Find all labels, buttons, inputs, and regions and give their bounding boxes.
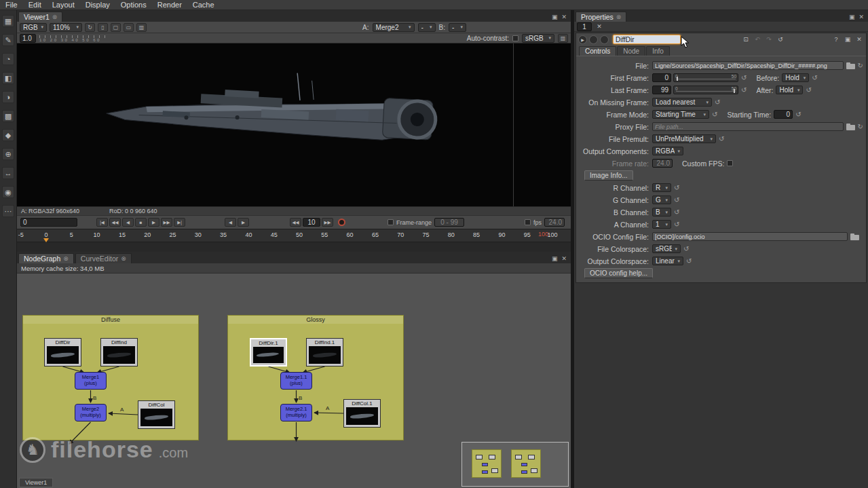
tab-curveeditor[interactable]: CurveEditor ⊗ [75,253,132,263]
node-merge2-1[interactable]: Merge2.1 (multiply) [280,404,312,421]
menu-render[interactable]: Render [157,1,182,9]
reset-icon[interactable]: ↺ [674,184,679,191]
slider-handle[interactable] [677,77,678,81]
custom-fps-checkbox[interactable] [727,160,733,166]
menu-edit[interactable]: Edit [29,1,41,9]
float-panel-icon[interactable]: ▣ [552,255,558,262]
reset-icon[interactable]: ↺ [741,86,747,94]
tab-nodegraph[interactable]: NodeGraph ⊗ [18,253,74,263]
transform-nodes-icon[interactable]: ↔ [2,167,14,179]
viewer-canvas[interactable] [17,43,571,206]
reset-icon[interactable]: ↺ [674,196,679,204]
reload-file-icon[interactable]: ↻ [858,62,863,69]
time-nodes-icon[interactable]: ◔ [2,53,14,65]
help-icon[interactable]: ? [831,35,841,44]
tab-viewer1[interactable]: Viewer1 ⊗ [18,12,62,22]
reset-icon[interactable]: ↺ [715,98,720,106]
starting-time-field[interactable]: 0 [774,110,793,119]
frame-rate-field[interactable]: 24.0 [652,159,673,168]
channel-nodes-icon[interactable]: ◧ [2,72,14,84]
image-info-button[interactable]: Image Info... [584,170,633,181]
frame-range-field[interactable]: 0 - 99 [434,218,464,227]
node-diffind1[interactable]: DiffInd.1 [306,338,343,367]
menu-cache[interactable]: Cache [193,1,214,9]
tab-close-icon[interactable]: ⊗ [616,14,622,20]
last-frame-slider[interactable]: 0 50 [673,86,738,94]
folder-icon[interactable] [846,62,855,69]
reset-icon[interactable]: ↺ [741,74,747,81]
reset-icon[interactable]: ↺ [674,221,679,228]
image-nodes-icon[interactable]: ▦ [2,15,14,27]
float-settings-icon[interactable]: ▣ [843,35,852,44]
frame-mode-select[interactable]: Starting Time ▾ [652,110,709,119]
after-select[interactable]: Hold ▾ [776,86,803,94]
viewer-colorspace-select[interactable]: sRGB ▾ [522,34,554,43]
reload-file-icon[interactable]: ↻ [858,123,863,130]
file-colorspace-select[interactable]: sRGB ▾ [652,244,681,253]
pause-updates-icon[interactable]: ▯ [98,23,108,32]
reset-icon[interactable]: ↺ [683,245,689,252]
draw-nodes-icon[interactable]: ✎ [2,34,14,46]
node-merge1-1[interactable]: Merge1.1 (plus) [280,372,312,390]
float-panel-icon[interactable]: ▣ [849,14,855,20]
expand-panel-icon[interactable]: ▶ [578,35,587,44]
color-nodes-icon[interactable]: ◑ [2,91,14,103]
tab-controls[interactable]: Controls [579,46,616,56]
fps-field[interactable]: 24.0 [544,218,565,227]
output-colorspace-select[interactable]: Linear ▾ [652,257,683,265]
gain-field[interactable]: 1.0 [20,34,36,43]
reset-icon[interactable]: ↺ [712,111,717,118]
g-channel-select[interactable]: G ▾ [652,195,671,204]
clear-panels-icon[interactable]: ✕ [595,22,604,31]
reset-icon[interactable]: ↺ [674,208,679,216]
reset-icon[interactable]: ↺ [686,257,692,265]
close-panel-icon[interactable]: ✕ [858,14,864,20]
prev-keyframe-button[interactable]: ◀◀ [109,218,121,227]
views-nodes-icon[interactable]: ◉ [2,186,14,198]
ocio-help-button[interactable]: OCIO config help... [584,268,653,278]
close-panel-icon[interactable]: ✕ [561,255,567,262]
folder-icon[interactable] [850,233,859,240]
play-backward-button[interactable]: ◀ [122,218,134,227]
timeline-playhead[interactable] [43,238,49,242]
file-input[interactable]: Ligne/Sources/Spaceship_DiffDir/Spaceshi… [652,61,844,70]
reset-icon[interactable]: ↺ [806,86,811,94]
minimized-viewer-tab[interactable]: Viewer1 [19,478,53,487]
node-name-input[interactable]: DiffDir [613,35,681,44]
node-diffdir[interactable]: DiffDir [44,338,81,367]
tab-close-icon[interactable]: ⊗ [52,14,58,20]
tab-node[interactable]: Node [617,46,645,56]
redo-icon[interactable]: ↷ [764,35,774,44]
menu-options[interactable]: Options [121,1,147,9]
max-panels-field[interactable]: 1 [577,22,592,31]
node-color-icon[interactable] [589,35,598,44]
refresh-viewer-icon[interactable]: ↻ [85,23,95,32]
node-diffdir1[interactable]: DiffDir.1 [250,338,287,367]
current-frame-field[interactable]: 10 [303,218,320,227]
zoom-select[interactable]: 110% ▾ [50,23,82,32]
tab-close-icon[interactable]: ⊗ [63,255,69,262]
fps-lock-checkbox[interactable] [525,219,531,225]
float-panel-icon[interactable]: ▣ [552,14,558,20]
roi-icon[interactable]: ▢ [111,23,121,32]
prev-frame-button[interactable]: ◀◀ [290,218,301,227]
frame-range-checkbox[interactable] [388,219,394,225]
node-diffcol[interactable]: DiffCol [138,400,175,429]
premult-select[interactable]: UnPreMultiplied ▾ [652,134,716,143]
last-frame-button[interactable]: ▶| [174,218,185,227]
prev-increment-button[interactable]: ◀ [225,218,236,227]
wipe-select[interactable]: - ▾ [418,23,436,32]
merge-nodes-icon[interactable]: ⊕ [2,148,14,160]
close-settings-icon[interactable]: ✕ [854,35,864,44]
stop-button[interactable]: ■ [135,218,147,227]
slider-handle[interactable] [734,89,735,93]
auto-contrast-checkbox[interactable] [512,35,518,41]
components-select[interactable]: RGBA ▾ [652,147,683,155]
next-frame-button[interactable]: ▶▶ [322,218,333,227]
before-select[interactable]: Hold ▾ [782,73,809,82]
node-merge1[interactable]: Merge1 (plus) [75,372,107,390]
b-input-select[interactable]: - ▾ [449,23,466,32]
gain-slider[interactable]: 10 20 30 40 50 60 [39,35,107,43]
node-diffind[interactable]: DiffInd [100,338,138,367]
timeline[interactable]: 100 -50510152025303540455055606570758085… [17,229,571,252]
